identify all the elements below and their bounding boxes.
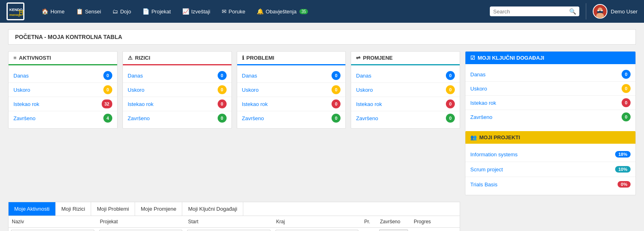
aktivnosti-istekao-badge: 32	[102, 99, 112, 108]
bottom-section: Moje Aktivnosti Moji Rizici Moji Problem…	[8, 202, 636, 231]
nav-izvestaji-label: Izveštaji	[191, 9, 210, 15]
nav-dojo-label: Dojo	[120, 9, 131, 15]
nav-projekat-label: Projekat	[151, 9, 171, 15]
rizici-zavrseno-row: Završeno 0	[123, 111, 231, 125]
tab-moji-kd[interactable]: Moji Ključni Događaji	[182, 202, 243, 216]
moji-projekti-icon: 👥	[470, 134, 477, 140]
promjene-zavrseno-row: Završeno 0	[351, 111, 460, 125]
rizici-body: Danas 0 Uskoro 0 Istekao rok 0 Završeno …	[123, 65, 231, 128]
proj-trials-badge: 0%	[618, 181, 631, 188]
problemi-istekao-link[interactable]: Istekao rok	[242, 101, 268, 107]
tab-moji-rizici[interactable]: Moji Rizici	[56, 202, 92, 216]
moji-projekti-header: 👥 MOJI PROJEKTI	[465, 131, 635, 144]
rizici-uskoro-link[interactable]: Uskoro	[128, 87, 144, 93]
aktivnosti-title: AKTIVNOSTI	[19, 55, 51, 61]
projekat-icon: 📄	[142, 8, 149, 15]
col-progres: Progres	[410, 216, 440, 228]
aktivnosti-icon: ≡	[13, 55, 17, 61]
nav-obavjestenja[interactable]: 🔔 Obavještenja 35	[252, 6, 313, 17]
proj-info-sys-link[interactable]: Information systems	[470, 151, 517, 158]
nav-poruke-label: Poruke	[229, 9, 245, 15]
col-action	[440, 216, 460, 228]
nav-izvestaji[interactable]: 📈 Izveštaji	[177, 6, 215, 17]
aktivnosti-card: ≡ AKTIVNOSTI Danas 0 Uskoro 0 Istekao ro…	[8, 51, 118, 129]
poruke-icon: ✉	[222, 8, 227, 15]
kljucni-dogadjaji-card: ☑ MOJI KLJUČNI DOGAĐAJI Danas 0 Uskoro 0…	[465, 51, 636, 195]
problemi-header: ℹ PROBLEMI	[237, 52, 346, 65]
rizici-title: RIZICI	[135, 55, 151, 61]
nav-projekat[interactable]: 📄 Projekat	[138, 6, 176, 17]
aktivnosti-zavrseno-link[interactable]: Završeno	[13, 115, 35, 121]
user-area[interactable]: Demo User	[593, 4, 637, 19]
rizici-istekao-link[interactable]: Istekao rok	[128, 101, 154, 107]
filter-projekat-cell	[97, 228, 185, 231]
problemi-title: PROBLEMI	[247, 55, 275, 61]
promjene-danas-link[interactable]: Danas	[356, 73, 371, 79]
search-box[interactable]: 🔍	[490, 6, 579, 16]
kd-istekao-link[interactable]: Istekao rok	[470, 100, 496, 106]
rizici-danas-badge: 0	[218, 71, 227, 80]
navbar: KENDO manager ⛩ 🏠 Home 📋 Sensei 🗂 Dojo 📄…	[0, 0, 644, 23]
rizici-zavrseno-link[interactable]: Završeno	[128, 115, 150, 121]
rizici-uskoro-row: Uskoro 0	[123, 83, 231, 97]
rizici-danas-link[interactable]: Danas	[128, 73, 143, 79]
nav-poruke[interactable]: ✉ Poruke	[217, 6, 250, 17]
nav-home-label: Home	[50, 9, 65, 15]
problemi-uskoro-badge: 0	[332, 85, 341, 94]
problemi-zavrseno-link[interactable]: Završeno	[242, 115, 264, 121]
problemi-card: ℹ PROBLEMI Danas 0 Uskoro 0 Istekao rok …	[237, 51, 346, 129]
promjene-istekao-link[interactable]: Istekao rok	[356, 101, 382, 107]
promjene-uskoro-row: Uskoro 0	[351, 83, 460, 97]
aktivnosti-zavrseno-row: Završeno 4	[9, 111, 117, 125]
svg-point-8	[598, 10, 599, 11]
kd-danas-link[interactable]: Danas	[470, 71, 486, 78]
tab-moje-promjene[interactable]: Moje Promjene	[135, 202, 182, 216]
problemi-danas-row: Danas 0	[237, 69, 346, 83]
proj-trials-link[interactable]: Trials Basis	[470, 181, 498, 188]
bottom-right-placeholder	[465, 202, 636, 231]
top-section: ≡ AKTIVNOSTI Danas 0 Uskoro 0 Istekao ro…	[8, 51, 636, 195]
search-input[interactable]	[493, 9, 569, 15]
promjene-danas-badge: 0	[446, 71, 455, 80]
kd-uskoro-link[interactable]: Uskoro	[470, 86, 487, 92]
filter-pr-cell	[361, 228, 377, 231]
svg-text:⛩: ⛩	[18, 10, 23, 16]
moji-projekti-section: 👥 MOJI PROJEKTI Information systems 18% …	[465, 131, 635, 195]
filter-zavrseno-select[interactable]: Sve	[379, 229, 408, 231]
kd-zavrseno-link[interactable]: Završeno	[470, 114, 492, 120]
kd-danas-badge: 0	[622, 70, 631, 79]
proj-scrum-link[interactable]: Scrum project	[470, 166, 503, 173]
svg-point-6	[596, 13, 604, 18]
moji-projekti-body: Information systems 18% Scrum project 10…	[465, 144, 635, 195]
proj-info-sys-badge: 18%	[615, 151, 631, 158]
table-header-row: Naziv Projekat Start Kraj Pr. Završeno P…	[9, 216, 460, 228]
tab-moji-problemi[interactable]: Moji Problemi	[91, 202, 135, 216]
nav-sensei[interactable]: 📋 Sensei	[71, 6, 106, 17]
aktivnosti-danas-link[interactable]: Danas	[13, 73, 29, 79]
tab-moje-aktivnosti[interactable]: Moje Aktivnosti	[9, 202, 56, 216]
aktivnosti-uskoro-link[interactable]: Uskoro	[13, 87, 30, 93]
problemi-danas-link[interactable]: Danas	[242, 73, 258, 79]
promjene-zavrseno-link[interactable]: Završeno	[356, 115, 378, 121]
problemi-zavrseno-badge: 0	[332, 114, 341, 123]
nav-obavjestenja-label: Obavještenja	[266, 9, 297, 15]
proj-scrum-row: Scrum project 10%	[465, 162, 635, 177]
promjene-zavrseno-badge: 0	[446, 114, 455, 123]
obavjestenja-icon: 🔔	[257, 8, 264, 15]
filter-zavrseno-cell: Sve	[377, 228, 410, 231]
promjene-title: PROMJENE	[363, 55, 393, 61]
col-kraj: Kraj	[273, 216, 361, 228]
nav-home[interactable]: 🏠 Home	[37, 6, 70, 17]
problemi-danas-badge: 0	[332, 71, 341, 80]
tabs-card: Moje Aktivnosti Moji Rizici Moji Problem…	[8, 202, 460, 231]
problemi-uskoro-link[interactable]: Uskoro	[242, 87, 259, 93]
problemi-istekao-row: Istekao rok 0	[237, 97, 346, 111]
aktivnosti-istekao-link[interactable]: Istekao rok	[13, 101, 39, 107]
search-icon: 🔍	[569, 8, 576, 15]
nav-divider	[586, 3, 586, 19]
brand[interactable]: KENDO manager ⛩	[7, 2, 27, 20]
nav-dojo[interactable]: 🗂 Dojo	[107, 6, 136, 17]
nav-links: 🏠 Home 📋 Sensei 🗂 Dojo 📄 Projekat 📈 Izve…	[37, 6, 490, 17]
moji-projekti-title: MOJI PROJEKTI	[479, 134, 520, 140]
promjene-uskoro-link[interactable]: Uskoro	[356, 87, 373, 93]
